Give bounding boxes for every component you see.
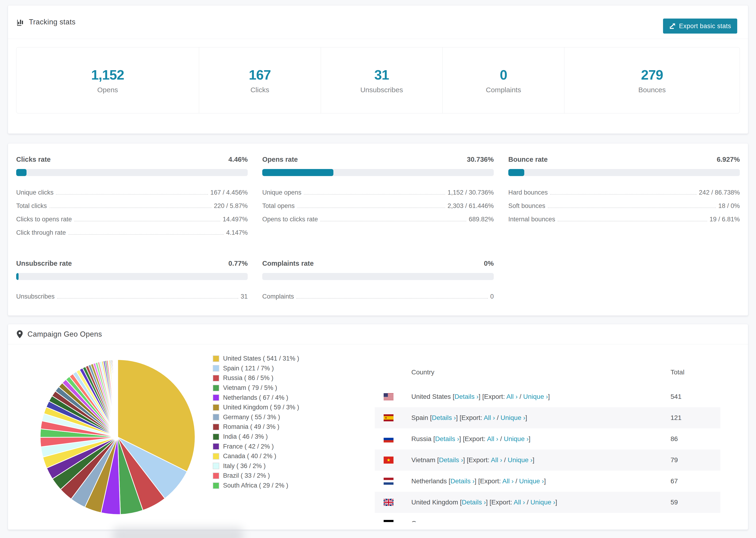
export-all-link[interactable]: All › <box>487 435 498 443</box>
dotted-leader <box>304 194 445 194</box>
table-row-spain: Spain [Details ›] [Export: All › / Uniqu… <box>375 407 720 428</box>
total-value: 86 <box>671 435 678 443</box>
clicks-rate-title: Clicks rate <box>16 156 51 163</box>
table-row-united-states: United States [Details ›] [Export: All ›… <box>375 386 720 407</box>
legend-swatch <box>213 434 219 440</box>
legend-item: Vietnam ( 79 / 5% ) <box>213 383 299 393</box>
legend-swatch <box>213 394 219 401</box>
legend-item: Italy ( 36 / 2% ) <box>213 461 299 471</box>
details-link[interactable]: Details › <box>435 435 459 443</box>
legend-item: Romania ( 49 / 3% ) <box>213 422 299 432</box>
pie-slice <box>117 360 118 437</box>
stat-clicks: 167 Clicks <box>199 47 321 113</box>
flag-netherlands-icon <box>384 478 394 485</box>
details-link[interactable]: Details › <box>462 499 486 506</box>
export-all-link[interactable]: All › <box>491 456 502 463</box>
legend-swatch <box>213 453 219 459</box>
export-button-label: Export basic stats <box>679 23 731 30</box>
details-link[interactable]: Details › <box>439 456 463 463</box>
detail-row: Click through rate4.147% <box>16 226 248 240</box>
flag-russia-icon <box>384 435 394 443</box>
scroll-shadow-artifact <box>113 527 243 538</box>
export-unique-link[interactable]: Unique › <box>530 499 555 506</box>
detail-row: Unique opens1,152 / 30.736% <box>262 186 494 199</box>
opens-rate-value: 30.736% <box>467 156 494 163</box>
export-unique-link[interactable]: Unique › <box>501 414 525 421</box>
table-row-russia: Russia [Details ›] [Export: All › / Uniq… <box>375 428 720 450</box>
stat-clicks-label: Clicks <box>250 86 269 94</box>
table-row-united-kingdom: United Kingdom [Details ›] [Export: All … <box>375 492 720 513</box>
details-link[interactable]: Details › <box>432 414 456 421</box>
legend-item: India ( 46 / 3% ) <box>213 432 299 442</box>
complaints-rate-block: Complaints rate 0% Complaints0 <box>262 260 494 303</box>
legend-swatch <box>213 404 219 411</box>
export-unique-link[interactable]: Unique › <box>519 477 544 485</box>
flag-united-states-icon <box>384 393 394 400</box>
legend-swatch <box>213 414 219 420</box>
legend-swatch <box>213 365 219 372</box>
export-unique-link[interactable]: Unique › <box>508 456 532 463</box>
details-link[interactable]: Details › <box>455 393 479 400</box>
total-value: 121 <box>671 414 681 422</box>
export-all-link[interactable]: All › <box>514 499 525 506</box>
dotted-leader <box>49 207 212 208</box>
export-unique-link[interactable]: Unique › <box>504 435 529 443</box>
column-header-country: Country <box>411 368 434 376</box>
export-icon <box>669 23 676 29</box>
legend-item: United States ( 541 / 31% ) <box>213 354 299 364</box>
stat-complaints-label: Complaints <box>486 86 521 94</box>
table-row-netherlands: Netherlands [Details ›] [Export: All › /… <box>375 471 720 492</box>
bar-chart-icon <box>16 18 25 26</box>
legend-swatch <box>213 482 219 489</box>
map-pin-icon <box>16 330 23 339</box>
flag-germany-icon <box>384 520 394 522</box>
dotted-leader <box>57 298 238 298</box>
legend-item: South Africa ( 29 / 2% ) <box>213 481 299 491</box>
total-value: 79 <box>671 456 678 464</box>
legend-swatch <box>213 472 219 479</box>
export-all-link[interactable]: All › <box>503 477 514 485</box>
detail-row: Total clicks220 / 5.87% <box>16 199 248 213</box>
bounce-rate-value: 6.927% <box>717 156 740 163</box>
geo-title: Campaign Geo Opens <box>27 330 102 339</box>
geo-header: Campaign Geo Opens <box>8 324 748 344</box>
opens-rate-progressbar <box>262 169 494 176</box>
table-row-vietnam: Vietnam [Details ›] [Export: All › / Uni… <box>375 450 720 471</box>
detail-row: Opens to clicks rate689.82% <box>262 213 494 226</box>
legend-item: Brazil ( 33 / 2% ) <box>213 471 299 481</box>
detail-row: Total opens2,303 / 61.446% <box>262 199 494 213</box>
legend-swatch <box>213 385 219 391</box>
page-title: Tracking stats <box>29 18 76 26</box>
export-unique-link[interactable]: Unique › <box>523 393 548 400</box>
export-all-link[interactable]: All › <box>484 414 495 421</box>
stat-bounces: 279 Bounces <box>565 47 739 113</box>
opens-rate-block: Opens rate 30.736% Unique opens1,152 / 3… <box>262 156 494 240</box>
clicks-rate-value: 4.46% <box>229 156 248 163</box>
detail-row: Soft bounces18 / 0% <box>508 199 740 213</box>
bounce-rate-progressbar <box>508 169 740 176</box>
geo-pie-chart <box>38 357 197 517</box>
legend-item: France ( 42 / 2% ) <box>213 442 299 452</box>
unsubscribe-rate-progressbar <box>16 273 248 280</box>
stat-opens-label: Opens <box>97 86 118 94</box>
rates-card: Clicks rate 4.46% Unique clicks167 / 4.4… <box>8 143 748 316</box>
flag-vietnam-icon <box>384 457 394 463</box>
detail-row: Hard bounces242 / 86.738% <box>508 186 740 199</box>
dotted-leader <box>558 221 707 221</box>
unsubscribe-rate-block: Unsubscribe rate 0.77% Unsubscribes31 <box>16 260 248 303</box>
details-link[interactable]: Details › <box>451 477 475 485</box>
dotted-leader <box>56 194 208 194</box>
export-all-link[interactable]: All › <box>507 393 518 400</box>
total-value: 59 <box>671 499 678 506</box>
tracking-stats-header: Tracking stats Export basic stats <box>8 5 748 39</box>
legend-swatch <box>213 443 219 450</box>
legend-swatch <box>213 375 219 381</box>
export-basic-stats-button[interactable]: Export basic stats <box>663 19 737 33</box>
dotted-leader <box>297 207 445 208</box>
column-header-total: Total <box>671 368 684 376</box>
clicks-rate-progressbar <box>16 169 248 176</box>
complaints-rate-progressbar <box>262 273 494 280</box>
dotted-leader <box>320 221 466 221</box>
clicks-rate-block: Clicks rate 4.46% Unique clicks167 / 4.4… <box>16 156 248 240</box>
legend-item: Netherlands ( 67 / 4% ) <box>213 393 299 403</box>
